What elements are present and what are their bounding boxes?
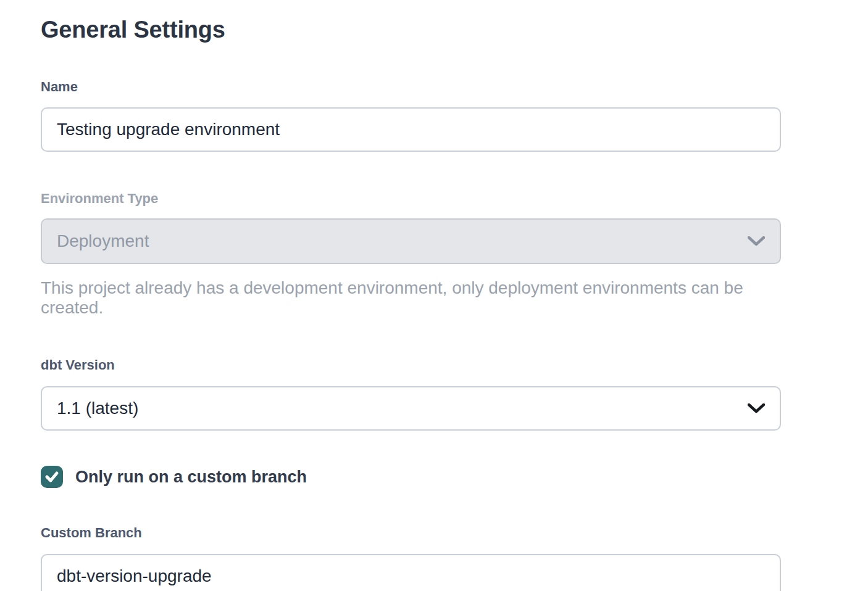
dbt-version-select[interactable]: 1.1 (latest) (41, 386, 781, 431)
chevron-down-icon (748, 403, 765, 413)
dbt-version-field-label: dbt Version (41, 357, 781, 373)
custom-branch-checkbox[interactable] (41, 466, 63, 488)
custom-branch-checkbox-label[interactable]: Only run on a custom branch (75, 468, 307, 487)
environment-type-select: Deployment (41, 218, 781, 264)
custom-branch-toggle-row: Only run on a custom branch (41, 466, 781, 488)
chevron-down-icon (748, 236, 765, 246)
dbt-version-selected-value: 1.1 (latest) (57, 399, 138, 418)
name-input[interactable] (41, 107, 781, 152)
check-icon (44, 471, 59, 483)
custom-branch-field-label: Custom Branch (41, 525, 781, 541)
page-title: General Settings (41, 15, 781, 44)
environment-type-selected-value: Deployment (57, 231, 149, 251)
environment-type-help-text: This project already has a development e… (41, 278, 781, 318)
general-settings-form: General Settings Name Environment Type D… (41, 15, 781, 591)
environment-type-field-label: Environment Type (41, 191, 781, 207)
name-field-label: Name (41, 79, 781, 95)
custom-branch-input[interactable] (41, 554, 781, 591)
